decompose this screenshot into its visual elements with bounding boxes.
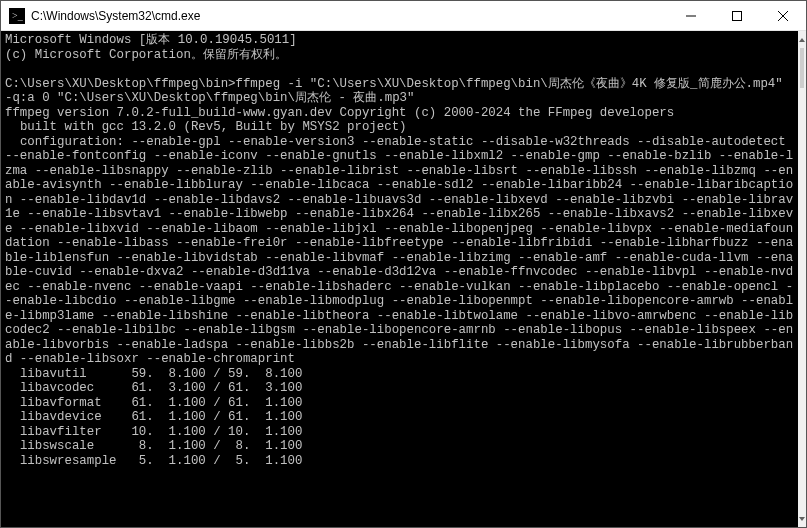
window-title: C:\Windows\System32\cmd.exe: [31, 9, 200, 23]
cmd-icon: >_: [9, 8, 25, 24]
terminal-output[interactable]: Microsoft Windows [版本 10.0.19045.5011] (…: [1, 31, 798, 527]
svg-rect-4: [733, 11, 742, 20]
vertical-scrollbar[interactable]: [798, 31, 806, 527]
client-area: Microsoft Windows [版本 10.0.19045.5011] (…: [1, 31, 806, 527]
svg-marker-7: [799, 38, 805, 42]
cmd-window: >_ C:\Windows\System32\cmd.exe Microsoft…: [0, 0, 807, 528]
svg-text:>_: >_: [12, 10, 24, 21]
scroll-track[interactable]: [798, 48, 806, 510]
scroll-thumb[interactable]: [800, 48, 804, 88]
scroll-down-button[interactable]: [798, 510, 806, 527]
titlebar[interactable]: >_ C:\Windows\System32\cmd.exe: [1, 1, 806, 31]
maximize-button[interactable]: [714, 1, 760, 31]
scroll-up-button[interactable]: [798, 31, 806, 48]
svg-marker-8: [799, 517, 805, 521]
close-button[interactable]: [760, 1, 806, 31]
minimize-button[interactable]: [668, 1, 714, 31]
